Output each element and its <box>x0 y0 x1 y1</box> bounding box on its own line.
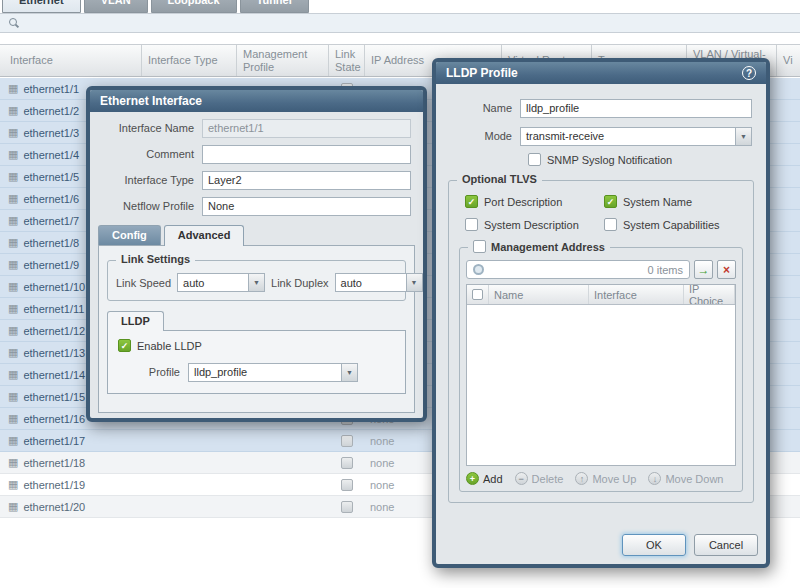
interface-name-link[interactable]: ethernet1/3 <box>23 127 79 139</box>
mode-label: Mode <box>450 130 520 142</box>
link-state-cell <box>329 474 365 495</box>
apply-filter-button[interactable]: → <box>694 260 713 279</box>
interface-name-link[interactable]: ethernet1/11 <box>23 303 84 315</box>
interface-name-link[interactable]: ethernet1/19 <box>23 479 85 491</box>
col-interface[interactable]: Interface <box>0 45 142 76</box>
interface-name-link[interactable]: ethernet1/20 <box>23 501 85 513</box>
table-filter-bar <box>0 13 800 33</box>
delete-button[interactable]: − Delete <box>515 472 564 485</box>
clear-filter-button[interactable]: × <box>717 260 736 279</box>
interface-type-cell <box>142 430 237 451</box>
management-profile-cell <box>237 430 329 451</box>
management-address-checkbox[interactable] <box>473 240 486 253</box>
interface-type-value: Layer2 <box>208 174 242 186</box>
tab-vlan[interactable]: VLAN <box>84 0 148 13</box>
col-virtual-system[interactable]: Vi <box>777 45 800 76</box>
interface-type-field[interactable]: Layer2 <box>202 171 411 190</box>
interface-name-link[interactable]: ethernet1/15 <box>23 391 85 403</box>
management-address-table-body[interactable] <box>467 305 735 465</box>
ip-address-value: none <box>370 479 394 491</box>
col-interface-type[interactable]: Interface Type <box>142 45 237 76</box>
interface-name-link[interactable]: ethernet1/18 <box>23 457 85 469</box>
interface-name-link[interactable]: ethernet1/9 <box>23 259 79 271</box>
link-duplex-select[interactable]: auto ▼ <box>335 273 423 292</box>
chevron-down-icon[interactable]: ▼ <box>248 274 264 291</box>
ethernet-port-icon: ▦ <box>8 83 18 94</box>
lldp-profile-select[interactable]: lldp_profile ▼ <box>188 363 358 382</box>
tab-loopback[interactable]: Loopback <box>151 0 237 13</box>
tab-advanced[interactable]: Advanced <box>164 225 245 246</box>
lldp-profile-label: Profile <box>144 366 188 378</box>
system-name-checkbox[interactable]: ✓ <box>604 195 617 208</box>
interface-name-link[interactable]: ethernet1/14 <box>23 369 85 381</box>
col-link-state[interactable]: Link State <box>329 45 365 76</box>
comment-field[interactable] <box>202 145 411 164</box>
management-address-table: Name Interface IP Choice <box>466 284 736 466</box>
add-icon: + <box>466 472 479 485</box>
interface-type-cell <box>142 496 237 517</box>
system-name-label: System Name <box>623 196 692 208</box>
snmp-syslog-checkbox[interactable] <box>528 153 541 166</box>
netflow-profile-field[interactable]: None <box>202 197 411 216</box>
virtual-system-cell <box>777 100 800 121</box>
link-settings-group: Link Settings Link Speed auto ▼ Link Dup… <box>107 260 406 301</box>
snmp-syslog-label: SNMP Syslog Notification <box>547 154 672 166</box>
chevron-down-icon[interactable]: ▼ <box>406 274 422 291</box>
col-ip-choice[interactable]: IP Choice <box>684 285 735 304</box>
enable-lldp-checkbox[interactable]: ✓ <box>118 339 131 352</box>
move-down-button[interactable]: ↓ Move Down <box>648 472 723 485</box>
link-state-icon <box>341 501 353 513</box>
interface-cell: ▦ ethernet1/19 <box>0 474 142 495</box>
interface-name-link[interactable]: ethernet1/5 <box>23 171 79 183</box>
chevron-down-icon[interactable]: ▼ <box>735 128 751 145</box>
port-description-checkbox[interactable]: ✓ <box>465 195 478 208</box>
move-up-button[interactable]: ↑ Move Up <box>575 472 636 485</box>
mode-select[interactable]: transmit-receive ▼ <box>520 127 752 146</box>
interface-name-link[interactable]: ethernet1/2 <box>23 105 79 117</box>
link-speed-select[interactable]: auto ▼ <box>177 273 265 292</box>
tab-config[interactable]: Config <box>98 225 161 245</box>
interface-name-link[interactable]: ethernet1/16 <box>23 413 85 425</box>
chevron-down-icon[interactable]: ▼ <box>341 364 357 381</box>
interface-name-link[interactable]: ethernet1/1 <box>23 83 79 95</box>
move-down-label: Move Down <box>665 473 723 485</box>
interface-name-link[interactable]: ethernet1/6 <box>23 193 79 205</box>
add-button[interactable]: + Add <box>466 472 503 485</box>
system-description-checkbox[interactable] <box>465 218 478 231</box>
help-icon[interactable]: ? <box>742 66 756 80</box>
lldp-profile-value: lldp_profile <box>194 366 247 378</box>
management-filter-input[interactable]: 0 items <box>466 260 690 279</box>
col-name[interactable]: Name <box>489 285 589 304</box>
ethernet-dialog-titlebar[interactable]: Ethernet Interface <box>90 90 423 112</box>
port-description-label: Port Description <box>484 196 562 208</box>
tab-lldp[interactable]: LLDP <box>107 311 164 331</box>
tab-ethernet[interactable]: Ethernet <box>2 0 81 13</box>
ethernet-port-icon: ▦ <box>8 369 18 380</box>
link-speed-label: Link Speed <box>116 277 171 289</box>
col-interface[interactable]: Interface <box>589 285 684 304</box>
table-filter-input[interactable] <box>26 16 800 30</box>
ethernet-port-icon: ▦ <box>8 325 18 336</box>
virtual-system-cell <box>777 276 800 297</box>
delete-label: Delete <box>532 473 564 485</box>
cancel-button[interactable]: Cancel <box>694 534 758 556</box>
select-all-checkbox[interactable] <box>472 289 483 300</box>
add-label: Add <box>483 473 503 485</box>
interface-name-link[interactable]: ethernet1/7 <box>23 215 79 227</box>
tab-tunnel-label: Tunnel <box>257 0 292 6</box>
interface-name-link[interactable]: ethernet1/4 <box>23 149 79 161</box>
col-management-profile[interactable]: Management Profile <box>237 45 329 76</box>
name-field[interactable]: lldp_profile <box>520 99 752 118</box>
ethernet-port-icon: ▦ <box>8 215 18 226</box>
interface-name-link[interactable]: ethernet1/12 <box>23 325 85 337</box>
system-capabilities-checkbox[interactable] <box>604 218 617 231</box>
ok-button[interactable]: OK <box>622 534 686 556</box>
ip-address-value: none <box>370 435 394 447</box>
interface-name-link[interactable]: ethernet1/17 <box>23 435 85 447</box>
ethernet-port-icon: ▦ <box>8 259 18 270</box>
interface-name-link[interactable]: ethernet1/8 <box>23 237 79 249</box>
interface-name-link[interactable]: ethernet1/10 <box>23 281 85 293</box>
lldp-dialog-titlebar[interactable]: LLDP Profile ? <box>436 62 766 84</box>
interface-name-link[interactable]: ethernet1/13 <box>23 347 85 359</box>
tab-tunnel[interactable]: Tunnel <box>240 0 309 13</box>
